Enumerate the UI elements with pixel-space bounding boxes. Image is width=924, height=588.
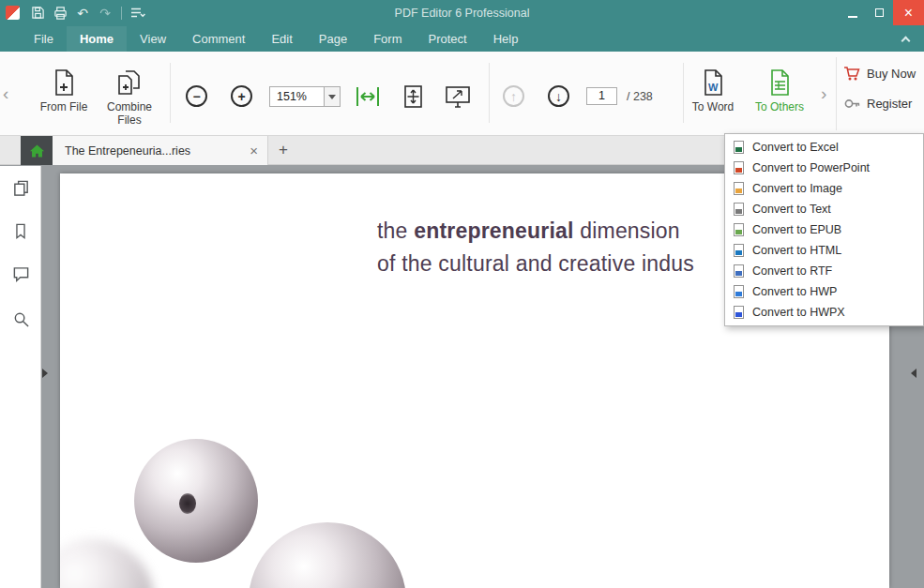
to-word-label: To Word — [692, 100, 734, 113]
document-tab-title: The Entrepeneuria...ries — [65, 144, 244, 158]
menu-page[interactable]: Page — [306, 26, 360, 52]
actual-size-button[interactable] — [443, 82, 473, 112]
arrow-down-icon: ↓ — [555, 89, 562, 104]
convert-to-image-item[interactable]: Convert to Image — [725, 178, 923, 199]
pdf-editor-window: ↶ ↷ PDF Editor 6 Professional × File Hom… — [0, 0, 924, 588]
page-text-line1: the entrepreneurial dimension — [377, 215, 694, 248]
bookmarks-panel-button[interactable] — [10, 220, 31, 241]
zoom-in-button[interactable]: + — [231, 85, 252, 107]
home-icon — [29, 143, 45, 158]
document-tab[interactable]: The Entrepeneuria...ries × — [53, 136, 268, 165]
zoom-out-button[interactable]: − — [186, 85, 207, 107]
excel-file-icon — [734, 141, 744, 154]
toolbar-ribbon: ‹ From File Combine Files − + 151% — [0, 52, 924, 136]
convert-item-label: Convert to EPUB — [752, 223, 841, 236]
key-icon — [843, 96, 860, 112]
to-others-label: To Others — [755, 100, 804, 113]
toolbar-scroll-left-icon[interactable]: ‹ — [3, 85, 8, 102]
app-logo-icon — [6, 6, 20, 20]
convert-to-text-item[interactable]: Convert to Text — [725, 199, 923, 219]
redo-button[interactable]: ↷ — [95, 3, 115, 23]
menu-help[interactable]: Help — [480, 26, 532, 52]
convert-to-powerpoint-item[interactable]: Convert to PowerPoint — [725, 158, 923, 178]
ribbon-separator — [489, 63, 490, 123]
epub-file-icon — [734, 223, 744, 236]
right-panel-expand-handle[interactable] — [911, 369, 916, 378]
print-icon — [53, 6, 68, 20]
convert-to-excel-item[interactable]: Convert to Excel — [725, 137, 923, 158]
convert-item-label: Convert to Text — [752, 203, 831, 216]
thumbnails-icon — [12, 179, 30, 197]
zoom-dropdown-button[interactable] — [324, 87, 340, 106]
tab-close-icon[interactable]: × — [250, 143, 258, 158]
chevron-down-icon — [328, 95, 336, 99]
title-bar: ↶ ↷ PDF Editor 6 Professional × — [0, 0, 924, 25]
menu-view[interactable]: View — [127, 26, 179, 52]
convert-to-hwp-item[interactable]: Convert to HWP — [725, 281, 923, 302]
plus-icon: + — [237, 89, 245, 104]
zoom-level-select[interactable]: 151% — [269, 86, 341, 107]
titlebar-separator — [121, 7, 122, 20]
customize-toolbar-icon — [130, 7, 145, 20]
minimize-icon — [848, 16, 857, 18]
save-icon — [31, 6, 45, 20]
comment-icon — [12, 265, 30, 283]
convert-to-rtf-item[interactable]: Convert to RTF — [725, 261, 923, 281]
previous-page-button[interactable]: ↑ — [503, 85, 524, 107]
to-word-button[interactable]: W To Word — [683, 67, 743, 113]
search-panel-button[interactable] — [10, 309, 31, 329]
menu-comment[interactable]: Comment — [179, 26, 258, 52]
maximize-button[interactable] — [866, 0, 893, 25]
combine-files-button[interactable]: Combine Files — [99, 67, 159, 127]
collapse-ribbon-button[interactable] — [896, 30, 915, 47]
convert-to-hwpx-item[interactable]: Convert to HWPX — [725, 302, 923, 323]
fit-page-button[interactable] — [398, 82, 428, 112]
register-button[interactable]: Register — [843, 96, 912, 112]
convert-to-epub-item[interactable]: Convert to EPUB — [725, 219, 923, 240]
undo-button[interactable]: ↶ — [72, 3, 93, 23]
combine-files-icon — [114, 67, 144, 98]
menu-protect[interactable]: Protect — [416, 26, 480, 52]
bookmark-icon — [12, 222, 29, 240]
text-file-icon — [734, 203, 744, 216]
ribbon-separator — [170, 63, 171, 123]
menu-form[interactable]: Form — [360, 26, 415, 52]
buy-now-label: Buy Now — [867, 67, 916, 81]
close-icon: × — [904, 5, 913, 22]
ornament-sphere-blurred — [60, 539, 154, 588]
close-button[interactable]: × — [893, 0, 924, 25]
from-file-icon — [50, 67, 78, 98]
toolbar-scroll-right-icon[interactable]: › — [821, 85, 826, 102]
save-button[interactable] — [27, 3, 48, 23]
convert-item-label: Convert to Excel — [752, 141, 839, 154]
buy-now-button[interactable]: Buy Now — [843, 66, 916, 82]
maximize-icon — [875, 8, 884, 17]
convert-item-label: Convert to RTF — [752, 264, 832, 278]
convert-to-html-item[interactable]: Convert to HTML — [725, 240, 923, 261]
chevron-up-icon — [901, 36, 910, 45]
zoom-value: 151% — [270, 90, 324, 103]
svg-text:W: W — [708, 82, 719, 93]
print-button[interactable] — [50, 3, 70, 23]
customize-toolbar-button[interactable] — [128, 3, 148, 23]
menu-home[interactable]: Home — [67, 26, 127, 52]
menu-edit[interactable]: Edit — [258, 26, 305, 52]
convert-item-label: Convert to PowerPoint — [752, 161, 870, 174]
undo-icon: ↶ — [77, 6, 88, 21]
fit-width-button[interactable] — [353, 82, 383, 112]
new-tab-button[interactable]: + — [273, 140, 294, 160]
comments-panel-button[interactable] — [10, 264, 31, 284]
sidebar-expand-handle[interactable] — [42, 369, 48, 378]
navigation-sidebar — [0, 166, 41, 588]
next-page-button[interactable]: ↓ — [548, 85, 569, 107]
page-number-input[interactable]: 1 — [586, 87, 617, 105]
register-label: Register — [867, 97, 912, 111]
arrow-up-icon: ↑ — [510, 89, 517, 104]
from-file-button[interactable]: From File — [34, 67, 94, 113]
to-others-button[interactable]: To Others — [750, 67, 810, 113]
home-tab-button[interactable] — [21, 136, 53, 165]
menu-file[interactable]: File — [21, 26, 67, 52]
combine-files-label: Combine Files — [99, 100, 159, 127]
thumbnails-panel-button[interactable] — [10, 177, 31, 198]
minimize-button[interactable] — [839, 0, 866, 25]
